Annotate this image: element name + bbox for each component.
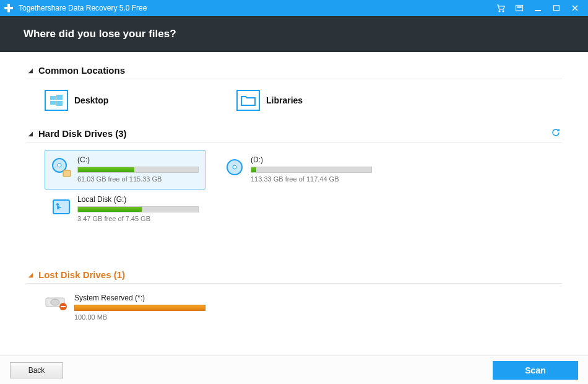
section-hard-drives: ◢ Hard Disk Drives (3) (C:) (26, 125, 562, 229)
svg-point-3 (503, 11, 504, 12)
app-title: Togethershare Data Recovery 5.0 Free (19, 4, 147, 12)
location-libraries[interactable]: Libraries (236, 87, 410, 114)
usage-bar (251, 167, 372, 173)
svg-rect-6 (535, 10, 541, 11)
drive-name: (D:) (251, 155, 372, 164)
collapse-toggle-icon: ◢ (26, 272, 35, 278)
usage-bar (77, 167, 199, 173)
section-common-locations: ◢ Common Locations Desktop L (26, 62, 562, 114)
drive-size-text: 113.33 GB free of 117.44 GB (251, 175, 372, 183)
drive-removed-icon (45, 294, 69, 312)
drive-name: (C:) (77, 155, 199, 164)
drive-size-text: 61.03 GB free of 115.33 GB (77, 175, 199, 183)
cd-drive-icon (223, 155, 246, 179)
svg-point-20 (51, 299, 59, 305)
drive-name: Local Disk (G:) (77, 195, 199, 204)
section-header-drives[interactable]: ◢ Hard Disk Drives (3) (26, 125, 562, 142)
close-button[interactable] (566, 0, 584, 16)
lost-drive-size-text: 100.00 MB (74, 313, 205, 321)
svg-rect-17 (53, 200, 69, 214)
lost-drive-name: System Reserved (*:) (74, 294, 205, 302)
windows-icon (45, 90, 68, 111)
lost-drive-system-reserved[interactable]: System Reserved (*:) 100.00 MB (45, 291, 205, 321)
svg-rect-22 (61, 306, 66, 307)
section-header-common[interactable]: ◢ Common Locations (26, 62, 562, 79)
cd-drive-icon (50, 155, 72, 179)
page-question: Where did you lose your files? (0, 16, 588, 52)
section-lost-drives: ◢ Lost Disk Drives (1) System Reserved (… (26, 266, 562, 321)
refresh-button[interactable] (551, 128, 562, 139)
usage-bar (74, 305, 205, 311)
app-logo-icon (4, 3, 14, 13)
location-desktop[interactable]: Desktop (45, 87, 218, 114)
svg-rect-10 (50, 101, 56, 105)
section-header-lost[interactable]: ◢ Lost Disk Drives (1) (26, 266, 562, 284)
svg-rect-5 (517, 7, 521, 7)
minimize-button[interactable] (529, 0, 547, 16)
svg-point-16 (233, 165, 236, 169)
usb-drive-icon (50, 195, 72, 219)
folder-icon (236, 90, 260, 111)
location-label: Libraries (266, 95, 303, 105)
drive-size-text: 3.47 GB free of 7.45 GB (77, 215, 199, 222)
svg-rect-7 (554, 6, 560, 11)
scan-button[interactable]: Scan (493, 361, 578, 380)
cart-button[interactable] (491, 0, 510, 16)
drive-c[interactable]: (C:) 61.03 GB free of 115.33 GB (45, 150, 205, 190)
main-content: ◢ Common Locations Desktop L (0, 52, 588, 356)
location-label: Desktop (74, 95, 108, 105)
section-title: Common Locations (38, 65, 125, 76)
svg-rect-11 (56, 101, 63, 106)
back-button[interactable]: Back (10, 362, 63, 378)
drive-g[interactable]: Local Disk (G:) 3.47 GB free of 7.45 GB (45, 190, 205, 229)
title-bar: Togethershare Data Recovery 5.0 Free (0, 0, 588, 16)
section-title: Hard Disk Drives (3) (38, 128, 127, 139)
drive-d[interactable]: (D:) 113.33 GB free of 117.44 GB (218, 150, 379, 190)
footer: Back Scan (0, 356, 588, 384)
svg-point-13 (58, 164, 61, 167)
usage-bar (77, 206, 199, 212)
maximize-button[interactable] (547, 0, 566, 16)
collapse-toggle-icon: ◢ (26, 131, 35, 137)
section-title: Lost Disk Drives (1) (38, 269, 125, 280)
svg-rect-9 (56, 95, 63, 100)
svg-rect-4 (516, 6, 523, 11)
svg-rect-8 (50, 96, 56, 100)
collapse-toggle-icon: ◢ (26, 68, 35, 74)
about-button[interactable] (510, 0, 529, 16)
svg-rect-14 (63, 170, 71, 177)
svg-rect-1 (4, 7, 13, 9)
svg-point-18 (56, 203, 59, 206)
svg-point-2 (499, 11, 500, 12)
